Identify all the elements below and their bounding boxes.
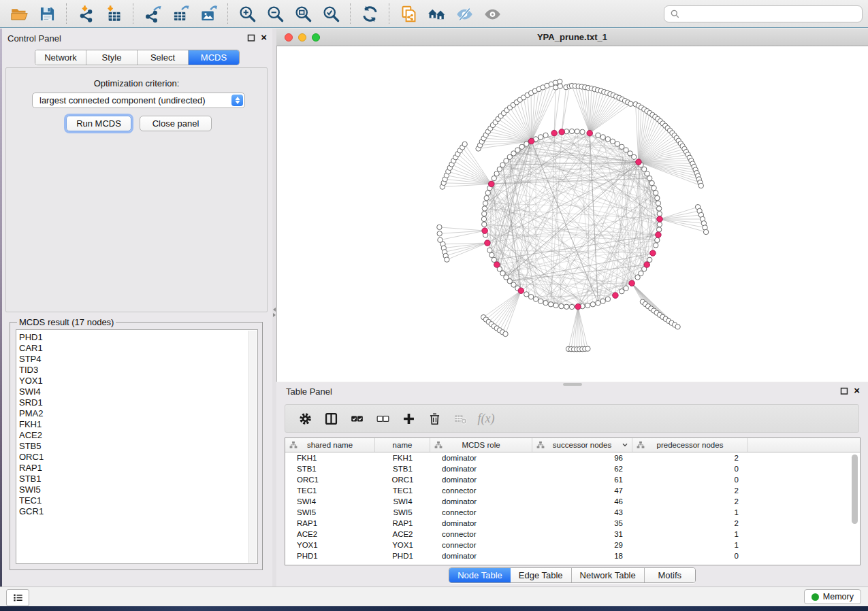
close-panel-icon[interactable]: × (261, 33, 267, 42)
network-node[interactable] (654, 243, 658, 248)
table-row[interactable]: RAP1RAP1dominator352 (285, 518, 860, 529)
column-header-successor-nodes[interactable]: successor nodes (532, 438, 632, 452)
table-row[interactable]: ACE2ACE2connector311 (285, 529, 860, 540)
network-node[interactable] (438, 237, 443, 242)
table-row[interactable]: FKH1FKH1dominator962 (285, 452, 860, 463)
selected-mcds-node[interactable] (494, 262, 500, 268)
network-node[interactable] (620, 289, 624, 294)
network-node[interactable] (559, 303, 564, 308)
network-node[interactable] (600, 299, 605, 303)
mcds-result-item[interactable]: SRD1 (19, 397, 248, 408)
close-panel-icon[interactable]: × (854, 386, 860, 395)
network-node[interactable] (482, 206, 487, 211)
selected-mcds-node[interactable] (559, 129, 565, 135)
new-network-from-selection-button[interactable] (395, 2, 423, 25)
network-node[interactable] (585, 346, 590, 351)
search-field[interactable] (664, 5, 863, 22)
network-node[interactable] (585, 303, 590, 308)
network-node[interactable] (564, 304, 569, 309)
network-node[interactable] (462, 142, 467, 146)
mcds-result-list[interactable]: PHD1CAR1STP4TID3YOX1SWI4SRD1PMA2FKH1ACE2… (16, 329, 258, 564)
import-network-button[interactable] (72, 2, 100, 25)
selected-mcds-node[interactable] (629, 280, 635, 286)
network-node[interactable] (489, 252, 494, 257)
selected-mcds-node[interactable] (482, 228, 488, 234)
save-session-button[interactable] (33, 2, 61, 25)
selected-mcds-node[interactable] (551, 130, 558, 136)
mcds-result-item[interactable]: STB5 (19, 441, 248, 452)
network-node[interactable] (656, 201, 660, 205)
table-row[interactable]: ORC1ORC1dominator610 (285, 474, 860, 485)
select-all-checks-button[interactable] (344, 407, 370, 430)
network-node[interactable] (649, 180, 654, 185)
show-all-button[interactable] (479, 2, 507, 25)
network-node[interactable] (500, 163, 505, 167)
network-node[interactable] (487, 248, 492, 252)
table-row[interactable]: STB1STB1dominator620 (285, 463, 860, 474)
network-node[interactable] (483, 201, 487, 205)
network-node[interactable] (569, 304, 574, 309)
table-row[interactable]: SWI4SWI4dominator462 (285, 496, 860, 507)
network-node[interactable] (524, 142, 529, 146)
network-node[interactable] (539, 135, 543, 139)
network-node[interactable] (553, 303, 558, 308)
panel-resize-grip[interactable] (563, 383, 582, 386)
selected-mcds-node[interactable] (485, 240, 491, 246)
network-node[interactable] (543, 301, 548, 306)
mcds-result-item[interactable]: PMA2 (19, 408, 248, 419)
mcds-list-scrollbar[interactable] (248, 331, 257, 563)
network-node[interactable] (481, 216, 486, 221)
network-node[interactable] (639, 271, 643, 276)
zoom-out-button[interactable] (261, 2, 289, 25)
zoom-in-button[interactable] (234, 2, 261, 25)
refresh-layout-button[interactable] (356, 2, 384, 25)
network-node[interactable] (503, 331, 508, 336)
network-node[interactable] (654, 191, 658, 195)
delete-column-button[interactable] (421, 407, 447, 430)
network-node[interactable] (655, 237, 660, 242)
export-network-button[interactable] (139, 2, 167, 25)
close-panel-button[interactable]: Close panel (140, 116, 212, 131)
network-node[interactable] (437, 225, 442, 229)
network-node[interactable] (605, 137, 610, 142)
selected-mcds-node[interactable] (650, 250, 656, 257)
export-image-button[interactable] (195, 2, 223, 25)
tab-node-table[interactable]: Node Table (449, 568, 511, 582)
network-node[interactable] (482, 212, 487, 216)
selected-mcds-node[interactable] (575, 303, 581, 310)
mcds-result-item[interactable]: STP4 (19, 354, 248, 365)
table-row[interactable]: SWI5SWI5connector431 (285, 507, 860, 518)
table-row[interactable]: YOX1YOX1connector291 (285, 540, 860, 550)
network-node[interactable] (645, 171, 649, 176)
network-node[interactable] (647, 176, 652, 180)
network-node[interactable] (482, 222, 487, 227)
network-node[interactable] (528, 295, 533, 299)
hide-selection-button[interactable] (451, 2, 479, 25)
float-window-icon[interactable] (839, 386, 849, 395)
tab-network[interactable]: Network (35, 50, 86, 65)
export-table-button[interactable] (167, 2, 195, 25)
network-node[interactable] (596, 301, 600, 306)
table-row[interactable]: TEC1TEC1connector472 (285, 485, 860, 496)
network-node[interactable] (600, 135, 605, 139)
column-header-shared-name[interactable]: shared name (285, 438, 375, 452)
mcds-result-item[interactable]: PHD1 (19, 332, 248, 343)
mcds-result-item[interactable]: ORC1 (19, 452, 248, 463)
network-node[interactable] (652, 186, 656, 191)
zoom-fit-button[interactable] (289, 2, 317, 25)
network-node[interactable] (610, 139, 615, 144)
network-node[interactable] (596, 133, 600, 137)
network-node[interactable] (703, 229, 708, 234)
mcds-result-item[interactable]: ACE2 (19, 430, 248, 441)
first-neighbors-button[interactable] (423, 2, 451, 25)
network-node[interactable] (642, 167, 647, 171)
mcds-result-item[interactable]: YOX1 (19, 376, 248, 386)
network-node[interactable] (605, 297, 610, 301)
network-node[interactable] (533, 297, 538, 301)
memory-button[interactable]: Memory (804, 589, 861, 604)
network-node[interactable] (657, 222, 662, 227)
network-node[interactable] (485, 191, 490, 195)
network-node[interactable] (620, 144, 624, 149)
table-row[interactable]: PHD1PHD1dominator180 (285, 550, 860, 561)
table-scrollbar-thumb[interactable] (852, 455, 858, 524)
